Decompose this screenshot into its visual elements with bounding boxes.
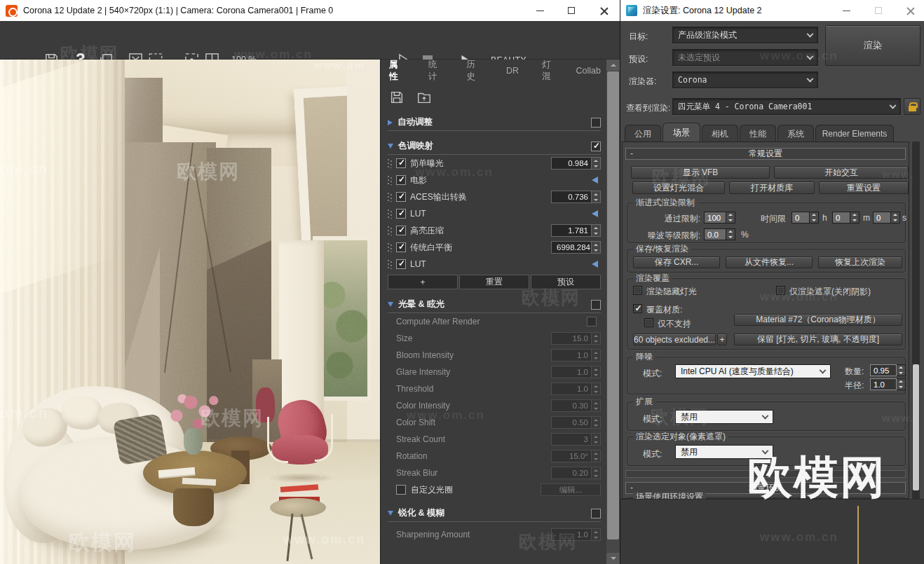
resume-from-file-button[interactable]: 从文件恢复...: [726, 256, 813, 268]
drag-handle[interactable]: [388, 209, 393, 219]
section-bloom-glare[interactable]: 光晕 & 眩光: [388, 296, 601, 313]
spinner[interactable]: [592, 241, 601, 254]
vfb-titlebar[interactable]: Corona 12 Update 2 | 540×720px (1:1) | C…: [0, 0, 620, 21]
collapse-minus-icon[interactable]: -: [630, 149, 633, 158]
value-field[interactable]: 0.50: [551, 416, 592, 429]
curve-expand-icon[interactable]: [592, 177, 598, 184]
show-vfb-button[interactable]: 显示 VFB: [631, 166, 770, 179]
save-settings-icon[interactable]: [389, 90, 405, 107]
close-button[interactable]: [589, 0, 620, 21]
curve-expand-icon[interactable]: [592, 210, 598, 217]
reset-button[interactable]: 重置: [459, 275, 529, 289]
spinner[interactable]: [592, 399, 601, 412]
value-field[interactable]: 0.984: [551, 157, 592, 170]
resume-last-render-button[interactable]: 恢复上次渲染: [818, 256, 902, 268]
preset-select[interactable]: 未选定预设: [672, 49, 818, 66]
tab-lightmix[interactable]: 灯混: [542, 60, 557, 83]
compute-after-render-checkbox[interactable]: [587, 317, 597, 326]
upscale-mode-select[interactable]: 禁用: [675, 410, 773, 424]
row-checkbox[interactable]: [396, 209, 406, 219]
tab-system[interactable]: 系统: [777, 125, 814, 142]
auto-adjust-checkbox[interactable]: [591, 118, 601, 128]
scrollbar-thumb[interactable]: [913, 364, 919, 490]
view-lock-button[interactable]: [904, 98, 920, 115]
spinner[interactable]: [810, 212, 819, 223]
drag-handle[interactable]: [388, 193, 393, 202]
drag-handle[interactable]: [388, 226, 393, 235]
scrollbar-thumb[interactable]: [607, 71, 619, 539]
spinner[interactable]: [592, 191, 601, 203]
spinner[interactable]: [592, 528, 601, 541]
value-field[interactable]: 1.0: [551, 349, 592, 362]
tab-camera[interactable]: 相机: [702, 125, 738, 142]
load-settings-icon[interactable]: [416, 90, 433, 107]
preserve-button[interactable]: 保留 [灯光, 切片, 玻璃, 不透明度]: [734, 333, 902, 345]
value-field[interactable]: 3: [551, 433, 592, 446]
sharpen-blur-checkbox[interactable]: [591, 509, 601, 518]
row-checkbox[interactable]: [396, 158, 406, 168]
unsupported-only-checkbox[interactable]: [644, 318, 653, 327]
noise-limit-field[interactable]: 0.0: [704, 228, 726, 240]
spinner[interactable]: [897, 364, 906, 376]
render-selected-mode-select[interactable]: 禁用: [675, 445, 773, 459]
add-operator-button[interactable]: +: [388, 275, 458, 289]
expand-arrow-icon[interactable]: [388, 144, 393, 149]
spinner[interactable]: [592, 366, 601, 378]
tab-scene[interactable]: 场景: [663, 123, 700, 142]
value-field[interactable]: 6998.284: [551, 241, 592, 254]
tab-common[interactable]: 公用: [625, 125, 661, 142]
save-cxr-button[interactable]: 保存 CXR...: [633, 256, 720, 268]
tab-history[interactable]: 历史: [466, 60, 482, 83]
value-field[interactable]: 0.30: [551, 399, 592, 412]
denoise-mode-select[interactable]: Intel CPU AI (速度与质量结合): [675, 364, 831, 378]
scroll-up-icon[interactable]: [606, 60, 620, 71]
section-tone-mapping[interactable]: 色调映射: [388, 138, 601, 155]
renderer-select[interactable]: Corona: [672, 71, 818, 88]
value-field[interactable]: 1.0: [551, 528, 592, 541]
drag-handle[interactable]: [388, 243, 393, 252]
collapse-minus-icon[interactable]: -: [630, 483, 633, 493]
pass-limit-field[interactable]: 100: [704, 212, 726, 223]
spinner[interactable]: [592, 467, 601, 479]
spinner[interactable]: [592, 157, 601, 170]
drag-handle[interactable]: [388, 176, 393, 185]
denoise-radius-field[interactable]: 1.0: [870, 378, 897, 390]
preset-button[interactable]: 预设: [531, 275, 601, 289]
drag-handle[interactable]: [388, 260, 393, 269]
tab-render-elements[interactable]: Render Elements: [815, 125, 894, 142]
spinner[interactable]: [592, 416, 601, 429]
row-checkbox[interactable]: [396, 175, 406, 185]
spinner[interactable]: [592, 450, 601, 462]
curve-expand-icon[interactable]: [592, 261, 598, 268]
expand-arrow-icon[interactable]: [388, 302, 393, 307]
value-field[interactable]: 1.0: [551, 366, 592, 378]
minutes-field[interactable]: 0: [832, 212, 850, 223]
value-field[interactable]: 15.0°: [551, 450, 592, 462]
seconds-field[interactable]: 0: [873, 212, 891, 223]
spinner[interactable]: [891, 212, 900, 223]
render-setup-titlebar[interactable]: 渲染设置: Corona 12 Update 2: [620, 0, 924, 21]
tab-dr[interactable]: DR: [506, 66, 519, 76]
target-select[interactable]: 产品级渲染模式: [672, 27, 818, 43]
value-field[interactable]: 0.736: [551, 191, 592, 203]
open-material-library-button[interactable]: 打开材质库: [729, 181, 815, 194]
rollout-general-settings[interactable]: - 常规设置: [625, 148, 906, 160]
spinner[interactable]: [726, 212, 735, 223]
spinner[interactable]: [592, 332, 601, 345]
row-checkbox[interactable]: [396, 226, 406, 235]
spinner[interactable]: [592, 433, 601, 446]
add-excluded-button[interactable]: +: [717, 333, 727, 345]
spinner[interactable]: [592, 349, 601, 362]
material-override-checkbox[interactable]: [633, 304, 642, 313]
spinner[interactable]: [897, 378, 906, 390]
bloom-glare-checkbox[interactable]: [591, 300, 601, 310]
scroll-down-icon[interactable]: [606, 553, 620, 564]
mask-only-checkbox[interactable]: [776, 286, 785, 295]
tab-performance[interactable]: 性能: [740, 125, 776, 142]
section-sharpen-blur[interactable]: 锐化 & 模糊: [388, 505, 601, 522]
maximize-button[interactable]: [556, 0, 587, 21]
drag-handle[interactable]: [388, 159, 393, 168]
spinner[interactable]: [592, 224, 601, 237]
reset-settings-button[interactable]: 重置设置: [819, 181, 909, 194]
value-field[interactable]: 0.20: [551, 467, 592, 479]
